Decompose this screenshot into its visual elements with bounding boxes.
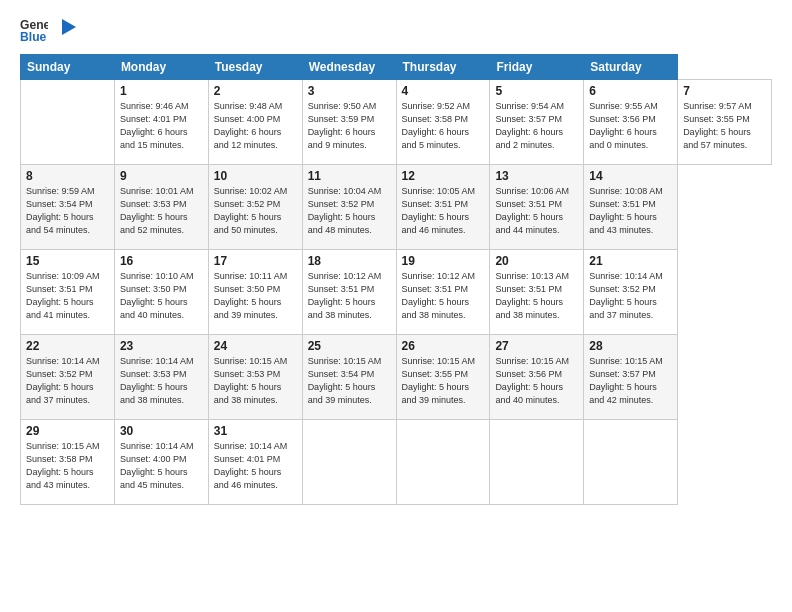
day-info: Sunrise: 9:50 AMSunset: 3:59 PMDaylight:… (308, 100, 391, 152)
day-info: Sunrise: 10:02 AMSunset: 3:52 PMDaylight… (214, 185, 297, 237)
day-number: 7 (683, 84, 766, 98)
day-info: Sunrise: 9:55 AMSunset: 3:56 PMDaylight:… (589, 100, 672, 152)
calendar-week-row: 8Sunrise: 9:59 AMSunset: 3:54 PMDaylight… (21, 165, 772, 250)
day-info: Sunrise: 10:12 AMSunset: 3:51 PMDaylight… (308, 270, 391, 322)
logo-arrow-icon (60, 19, 78, 37)
svg-marker-3 (62, 19, 76, 35)
day-number: 19 (402, 254, 485, 268)
calendar-day-cell: 22Sunrise: 10:14 AMSunset: 3:52 PMDaylig… (21, 335, 115, 420)
day-info: Sunrise: 10:13 AMSunset: 3:51 PMDaylight… (495, 270, 578, 322)
weekday-header-saturday: Saturday (584, 55, 678, 80)
calendar-day-cell (302, 420, 396, 505)
day-number: 14 (589, 169, 672, 183)
day-number: 25 (308, 339, 391, 353)
calendar-day-cell: 27Sunrise: 10:15 AMSunset: 3:56 PMDaylig… (490, 335, 584, 420)
calendar-day-cell: 4Sunrise: 9:52 AMSunset: 3:58 PMDaylight… (396, 80, 490, 165)
day-info: Sunrise: 10:15 AMSunset: 3:55 PMDaylight… (402, 355, 485, 407)
day-number: 4 (402, 84, 485, 98)
calendar-day-cell: 23Sunrise: 10:14 AMSunset: 3:53 PMDaylig… (114, 335, 208, 420)
day-number: 13 (495, 169, 578, 183)
day-info: Sunrise: 10:14 AMSunset: 3:53 PMDaylight… (120, 355, 203, 407)
day-number: 9 (120, 169, 203, 183)
calendar-day-cell: 11Sunrise: 10:04 AMSunset: 3:52 PMDaylig… (302, 165, 396, 250)
calendar-day-cell: 13Sunrise: 10:06 AMSunset: 3:51 PMDaylig… (490, 165, 584, 250)
page: General Blue SundayMondayTuesdayWednesda… (0, 0, 792, 612)
logo: General Blue (20, 16, 78, 44)
calendar-day-cell: 24Sunrise: 10:15 AMSunset: 3:53 PMDaylig… (208, 335, 302, 420)
day-number: 1 (120, 84, 203, 98)
calendar-day-cell: 9Sunrise: 10:01 AMSunset: 3:53 PMDayligh… (114, 165, 208, 250)
calendar-day-cell: 17Sunrise: 10:11 AMSunset: 3:50 PMDaylig… (208, 250, 302, 335)
day-number: 10 (214, 169, 297, 183)
day-number: 5 (495, 84, 578, 98)
day-info: Sunrise: 10:01 AMSunset: 3:53 PMDaylight… (120, 185, 203, 237)
day-info: Sunrise: 9:48 AMSunset: 4:00 PMDaylight:… (214, 100, 297, 152)
day-info: Sunrise: 10:15 AMSunset: 3:56 PMDaylight… (495, 355, 578, 407)
calendar-table: SundayMondayTuesdayWednesdayThursdayFrid… (20, 54, 772, 505)
day-info: Sunrise: 10:06 AMSunset: 3:51 PMDaylight… (495, 185, 578, 237)
day-info: Sunrise: 10:08 AMSunset: 3:51 PMDaylight… (589, 185, 672, 237)
svg-text:Blue: Blue (20, 30, 47, 44)
day-number: 28 (589, 339, 672, 353)
calendar-day-cell: 7Sunrise: 9:57 AMSunset: 3:55 PMDaylight… (678, 80, 772, 165)
day-info: Sunrise: 10:09 AMSunset: 3:51 PMDaylight… (26, 270, 109, 322)
day-number: 20 (495, 254, 578, 268)
day-info: Sunrise: 10:15 AMSunset: 3:58 PMDaylight… (26, 440, 109, 492)
day-info: Sunrise: 10:15 AMSunset: 3:54 PMDaylight… (308, 355, 391, 407)
day-info: Sunrise: 9:46 AMSunset: 4:01 PMDaylight:… (120, 100, 203, 152)
calendar-day-cell: 21Sunrise: 10:14 AMSunset: 3:52 PMDaylig… (584, 250, 678, 335)
calendar-day-cell: 6Sunrise: 9:55 AMSunset: 3:56 PMDaylight… (584, 80, 678, 165)
day-info: Sunrise: 10:12 AMSunset: 3:51 PMDaylight… (402, 270, 485, 322)
day-number: 27 (495, 339, 578, 353)
day-info: Sunrise: 10:14 AMSunset: 4:00 PMDaylight… (120, 440, 203, 492)
calendar-day-cell: 5Sunrise: 9:54 AMSunset: 3:57 PMDaylight… (490, 80, 584, 165)
calendar-day-cell: 29Sunrise: 10:15 AMSunset: 3:58 PMDaylig… (21, 420, 115, 505)
day-number: 24 (214, 339, 297, 353)
day-info: Sunrise: 10:14 AMSunset: 4:01 PMDaylight… (214, 440, 297, 492)
calendar-day-cell: 14Sunrise: 10:08 AMSunset: 3:51 PMDaylig… (584, 165, 678, 250)
calendar-day-cell: 10Sunrise: 10:02 AMSunset: 3:52 PMDaylig… (208, 165, 302, 250)
calendar-day-cell (490, 420, 584, 505)
day-info: Sunrise: 9:54 AMSunset: 3:57 PMDaylight:… (495, 100, 578, 152)
day-number: 6 (589, 84, 672, 98)
weekday-header-wednesday: Wednesday (302, 55, 396, 80)
calendar-day-cell: 16Sunrise: 10:10 AMSunset: 3:50 PMDaylig… (114, 250, 208, 335)
calendar-day-cell: 12Sunrise: 10:05 AMSunset: 3:51 PMDaylig… (396, 165, 490, 250)
calendar-day-cell: 2Sunrise: 9:48 AMSunset: 4:00 PMDaylight… (208, 80, 302, 165)
day-number: 26 (402, 339, 485, 353)
day-number: 2 (214, 84, 297, 98)
calendar-day-cell: 28Sunrise: 10:15 AMSunset: 3:57 PMDaylig… (584, 335, 678, 420)
day-number: 17 (214, 254, 297, 268)
day-info: Sunrise: 10:11 AMSunset: 3:50 PMDaylight… (214, 270, 297, 322)
day-info: Sunrise: 10:14 AMSunset: 3:52 PMDaylight… (26, 355, 109, 407)
day-number: 30 (120, 424, 203, 438)
day-info: Sunrise: 10:05 AMSunset: 3:51 PMDaylight… (402, 185, 485, 237)
day-number: 15 (26, 254, 109, 268)
day-number: 8 (26, 169, 109, 183)
day-info: Sunrise: 10:10 AMSunset: 3:50 PMDaylight… (120, 270, 203, 322)
calendar-day-cell: 18Sunrise: 10:12 AMSunset: 3:51 PMDaylig… (302, 250, 396, 335)
calendar-day-cell: 8Sunrise: 9:59 AMSunset: 3:54 PMDaylight… (21, 165, 115, 250)
day-number: 12 (402, 169, 485, 183)
calendar-week-row: 1Sunrise: 9:46 AMSunset: 4:01 PMDaylight… (21, 80, 772, 165)
calendar-day-cell: 31Sunrise: 10:14 AMSunset: 4:01 PMDaylig… (208, 420, 302, 505)
weekday-header-row: SundayMondayTuesdayWednesdayThursdayFrid… (21, 55, 772, 80)
weekday-header-monday: Monday (114, 55, 208, 80)
calendar-day-cell: 1Sunrise: 9:46 AMSunset: 4:01 PMDaylight… (114, 80, 208, 165)
day-info: Sunrise: 9:59 AMSunset: 3:54 PMDaylight:… (26, 185, 109, 237)
weekday-header-tuesday: Tuesday (208, 55, 302, 80)
day-info: Sunrise: 9:52 AMSunset: 3:58 PMDaylight:… (402, 100, 485, 152)
day-info: Sunrise: 10:15 AMSunset: 3:53 PMDaylight… (214, 355, 297, 407)
calendar-day-cell (584, 420, 678, 505)
calendar-day-cell: 15Sunrise: 10:09 AMSunset: 3:51 PMDaylig… (21, 250, 115, 335)
day-number: 18 (308, 254, 391, 268)
weekday-header-sunday: Sunday (21, 55, 115, 80)
day-number: 29 (26, 424, 109, 438)
calendar-day-cell: 26Sunrise: 10:15 AMSunset: 3:55 PMDaylig… (396, 335, 490, 420)
day-number: 31 (214, 424, 297, 438)
calendar-day-cell: 19Sunrise: 10:12 AMSunset: 3:51 PMDaylig… (396, 250, 490, 335)
day-number: 23 (120, 339, 203, 353)
day-number: 16 (120, 254, 203, 268)
calendar-day-cell: 25Sunrise: 10:15 AMSunset: 3:54 PMDaylig… (302, 335, 396, 420)
weekday-header-friday: Friday (490, 55, 584, 80)
